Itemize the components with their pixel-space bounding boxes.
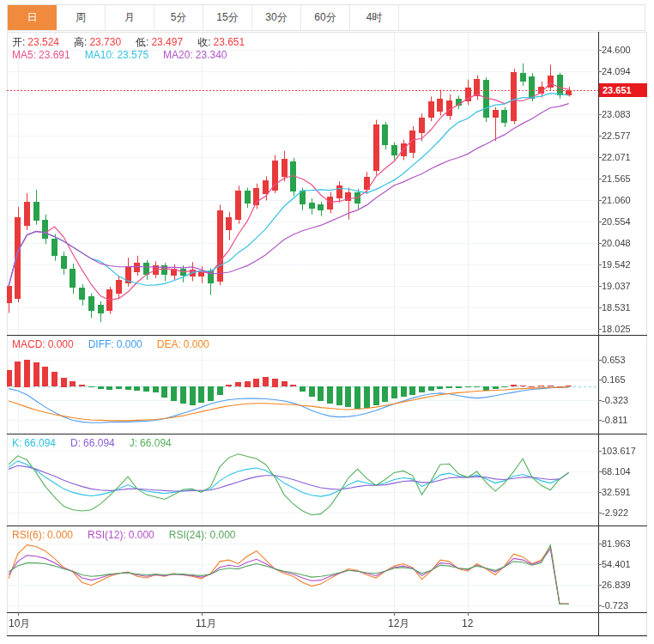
rsi-label: RSI(6): (12, 529, 45, 541)
rsi-item: RSI(6):0.000 (12, 529, 76, 541)
macd-item: DEA:0.000 (157, 338, 212, 350)
macd-item: MACD:0.000 (12, 338, 76, 350)
ma-value: 23.691 (39, 49, 70, 61)
ohlc-label: 开: (12, 36, 25, 48)
kdj-readout: K:66.094D:66.094J:66.094 (12, 437, 186, 449)
price-tick-label: 22.577 (602, 131, 631, 141)
time-axis-label: 11月 (196, 617, 216, 629)
macd-value: 0.000 (117, 338, 142, 350)
ohlc-value: 23.651 (213, 36, 245, 48)
ohlc-value: 23.497 (151, 36, 183, 48)
time-axis-label: 12月 (388, 617, 409, 629)
price-tick-label: 18.025 (602, 324, 631, 334)
ohlc-item: 低:23.497 (136, 35, 185, 50)
macd-value: 0.000 (184, 338, 209, 350)
tabbar-filler (399, 5, 645, 30)
ohlc-item: 收:23.651 (197, 35, 247, 50)
ohlc-value: 23.730 (89, 36, 121, 48)
timeframe-tab-5[interactable]: 15分 (203, 5, 252, 30)
kdj-value: 66.094 (83, 437, 115, 449)
rsi-tick-label: 54.401 (602, 559, 631, 569)
price-tick-label: 19.542 (602, 259, 631, 270)
chart-canvas[interactable] (0, 0, 654, 644)
timeframe-tab-4[interactable]: 5分 (154, 5, 203, 30)
rsi-value: 0.000 (209, 529, 235, 541)
trading-chart-app: 日周月5分15分30分60分4时 开:23.524高:23.730低:23.49… (0, 0, 654, 644)
timeframe-tab-7[interactable]: 60分 (301, 5, 350, 30)
macd-readout: MACD:0.000DIFF:0.000DEA:0.000 (12, 338, 224, 350)
kdj-item: J:66.094 (130, 437, 174, 449)
ma-item: MA5:23.691 (12, 49, 73, 61)
ma-item: MA20:23.340 (163, 49, 229, 61)
rsi-item: RSI(12):0.000 (88, 529, 157, 541)
rsi-item: RSI(24):0.000 (169, 529, 239, 541)
timeframe-tab-8[interactable]: 4时 (350, 5, 399, 30)
macd-label: MACD: (12, 338, 45, 350)
ohlc-label: 高: (74, 36, 87, 48)
rsi-label: RSI(24): (169, 529, 208, 541)
price-tick-label: 21.565 (602, 173, 631, 184)
macd-tick-label: -0.323 (602, 395, 628, 405)
time-axis-label: 12 (462, 617, 473, 629)
price-tick-label: 24.600 (602, 45, 631, 55)
price-tick-label: 20.048 (602, 238, 631, 248)
price-tick-label: 19.037 (602, 281, 631, 291)
kdj-label: K: (12, 437, 21, 449)
kdj-item: D:66.094 (70, 437, 118, 449)
kdj-label: J: (130, 437, 137, 449)
rsi-label: RSI(12): (88, 529, 126, 541)
price-tick-label: 18.531 (602, 302, 631, 313)
kdj-tick-label: 103.617 (602, 446, 636, 456)
kdj-tick-label: 32.591 (602, 487, 631, 497)
ohlc-value: 23.524 (27, 36, 59, 48)
timeframe-tab-1[interactable]: 日 (8, 5, 57, 30)
macd-item: DIFF:0.000 (88, 338, 145, 350)
kdj-label: D: (70, 437, 81, 449)
price-tick-label: 20.554 (602, 216, 631, 227)
macd-label: DIFF: (88, 338, 114, 350)
rsi-tick-label: -0.723 (602, 600, 628, 611)
price-tick-label: 23.083 (602, 109, 631, 119)
rsi-tick-label: 81.963 (602, 538, 631, 549)
timeframe-tabbar: 日周月5分15分30分60分4时 (7, 4, 645, 31)
price-tick-label: 21.060 (602, 195, 631, 205)
kdj-item: K:66.094 (12, 437, 58, 449)
ohlc-item: 开:23.524 (12, 35, 62, 50)
timeframe-tab-6[interactable]: 30分 (252, 5, 301, 30)
ohlc-label: 收: (197, 36, 210, 48)
kdj-value: 66.094 (140, 437, 172, 449)
kdj-tick-label: -2.922 (602, 507, 628, 518)
ma-label: MA10: (85, 49, 115, 61)
ma-item: MA10:23.575 (85, 49, 151, 61)
ma-label: MA5: (12, 49, 36, 61)
timeframe-tab-2[interactable]: 周 (57, 5, 106, 30)
macd-tick-label: 0.653 (602, 355, 626, 365)
kdj-tick-label: 68.104 (602, 466, 631, 477)
macd-label: DEA: (157, 338, 181, 350)
macd-tick-label: -0.811 (602, 415, 627, 425)
rsi-value: 0.000 (47, 529, 73, 541)
last-price-badge: 23.651 (599, 83, 647, 97)
ohlc-readout: 开:23.524高:23.730低:23.497收:23.651 (12, 35, 259, 50)
time-axis-label: 10月 (9, 617, 30, 629)
ma-value: 23.340 (196, 49, 227, 61)
timeframe-tab-3[interactable]: 月 (106, 5, 154, 30)
ohlc-item: 高:23.730 (74, 35, 124, 50)
ma-label: MA20: (163, 49, 193, 61)
rsi-tick-label: 26.839 (602, 580, 631, 590)
price-tick-label: 24.094 (602, 66, 631, 76)
rsi-readout: RSI(6):0.000RSI(12):0.000RSI(24):0.000 (12, 529, 250, 541)
macd-value: 0.000 (48, 338, 74, 350)
kdj-value: 66.094 (24, 437, 56, 449)
ohlc-label: 低: (136, 36, 148, 48)
price-tick-label: 22.071 (602, 152, 631, 162)
ma-value: 23.575 (117, 49, 148, 61)
ma-readout: MA5:23.691MA10:23.575MA20:23.340 (12, 49, 242, 61)
macd-tick-label: 0.165 (602, 374, 626, 385)
rsi-value: 0.000 (129, 529, 154, 541)
